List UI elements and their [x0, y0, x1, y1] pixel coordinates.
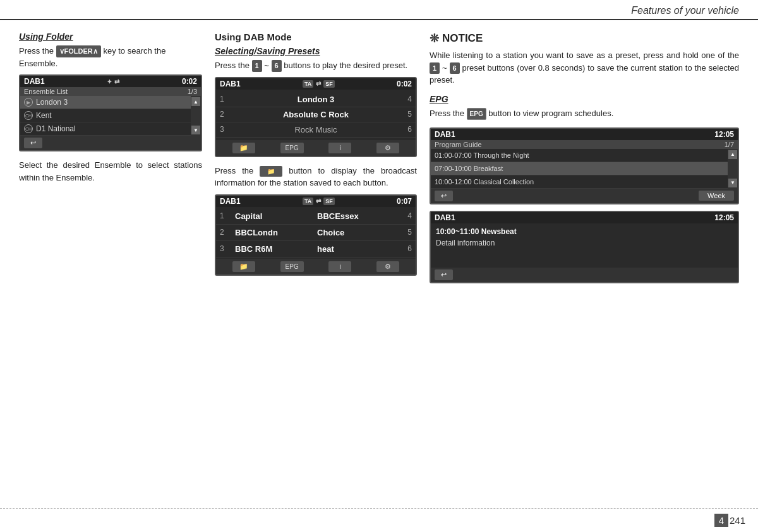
- dab-header-icons: ✦ ⇄: [107, 78, 119, 85]
- epg-detail-back-button[interactable]: ↩: [435, 269, 453, 280]
- settings-icon-btn3[interactable]: ⚙: [376, 261, 399, 272]
- preset-row: 3 Rock Music 6: [216, 122, 416, 138]
- info-icon-btn3[interactable]: i: [328, 261, 351, 272]
- epg-week-button[interactable]: Week: [699, 191, 734, 201]
- page-header: Features of your vehicle: [0, 0, 758, 20]
- presets-body: Press the 1 ~ 6 buttons to play the desi…: [215, 59, 417, 72]
- folder-icon-btn[interactable]: 📁: [232, 143, 255, 153]
- settings-icon-btn[interactable]: ⚙: [376, 143, 399, 153]
- dab2-header-icons: TA ⇄ SF: [303, 80, 335, 88]
- dab-list-area: ▶ London 3 CH Kent CH D1 National ▲ ▼: [20, 96, 201, 136]
- item-icon: CH: [24, 111, 33, 120]
- presets-body-t1: Press the: [215, 61, 250, 70]
- epg-body: Press the EPG button to view program sch…: [430, 107, 739, 120]
- epg-detail-content: 10:00~11:00 Newsbeat Detail information: [431, 223, 738, 268]
- epg-item[interactable]: 07:00-10:00 Breakfast: [431, 162, 728, 175]
- list-item[interactable]: CH Kent: [20, 109, 191, 122]
- page-num: 4: [714, 514, 728, 527]
- notice-body-t1: While listening to a station you want to…: [430, 50, 739, 60]
- folder-button: ∨FOLDER∧: [56, 45, 101, 57]
- epg-items: 01:00-07:00 Through the Night 07:00-10:0…: [431, 149, 728, 189]
- folder-body: Press the ∨FOLDER∧ key to search the Ens…: [19, 45, 202, 69]
- epg-subheader: Program Guide 1/7: [431, 140, 738, 149]
- dab3-header-icons: TA ⇄ SF: [303, 198, 335, 205]
- dab-label: DAB1: [24, 77, 45, 86]
- dab-screen-ensemble: DAB1 ✦ ⇄ 0:02 Ensemble List 1/3 ▶ London…: [19, 74, 202, 151]
- epg1-label: DAB1: [435, 130, 455, 139]
- usb-icon: ⇄: [114, 78, 119, 85]
- ta-icon: TA: [303, 80, 313, 88]
- epg-detail-bottom: ↩: [431, 268, 738, 282]
- dab2-iconbar: 📁 EPG i ⚙: [216, 140, 416, 156]
- folder-icon-btn3[interactable]: 📁: [232, 261, 255, 272]
- dab2-time: 0:02: [397, 80, 412, 88]
- dab-screen1-header: DAB1 ✦ ⇄ 0:02: [20, 76, 201, 87]
- dab-screen3-header: DAB1 TA ⇄ SF 0:07: [216, 196, 416, 207]
- epg2-label: DAB1: [435, 213, 455, 222]
- sf-icon: SF: [323, 80, 335, 88]
- folder-body-text1: Press the: [19, 46, 54, 56]
- grid-row: 2 BBCLondn Choice 5: [216, 225, 416, 241]
- epg-body-t2: button to view program schedules.: [488, 109, 613, 118]
- list-item[interactable]: CH D1 National: [20, 122, 191, 136]
- dab2-presets-area: 1 London 3 4 2 Absolute C Rock 5 3 Rock …: [216, 90, 416, 140]
- col-left: Using Folder Press the ∨FOLDER∧ key to s…: [19, 32, 202, 495]
- grid-row: 3 BBC R6M heat 6: [216, 241, 416, 257]
- page-title: Features of your vehicle: [631, 5, 739, 16]
- epg-section: EPG Press the EPG button to view program…: [430, 94, 739, 120]
- epg-scroll-down[interactable]: ▼: [728, 179, 737, 187]
- notice-title: NOTICE: [442, 32, 483, 45]
- bt-icon: ✦: [107, 78, 112, 85]
- info-icon-btn[interactable]: i: [328, 143, 351, 153]
- epg-item[interactable]: 10:00-12:00 Classical Collection: [431, 175, 728, 189]
- epg-scroll-up[interactable]: ▲: [728, 150, 737, 159]
- grid-row: 1 Capital BBCEssex 4: [216, 208, 416, 225]
- epg-label: EPG: [430, 94, 739, 104]
- epg1-time: 12:05: [714, 130, 734, 139]
- presets-body-t3: buttons to play the desired preset.: [284, 61, 407, 70]
- list-item[interactable]: ▶ London 3: [20, 96, 191, 109]
- desc-t1: Press the: [215, 166, 253, 175]
- dab3-iconbar: 📁 EPG i ⚙: [216, 259, 416, 275]
- arrow-icon: ⇄: [316, 80, 321, 87]
- epg2-time: 12:05: [714, 213, 734, 222]
- scroll-up-btn[interactable]: ▲: [191, 97, 200, 106]
- dab-list-items: ▶ London 3 CH Kent CH D1 National: [20, 96, 191, 136]
- back-button[interactable]: ↩: [24, 138, 42, 148]
- epg-item[interactable]: 01:00-07:00 Through the Night: [431, 149, 728, 162]
- item-name: Kent: [36, 111, 52, 120]
- epg-icon-btn[interactable]: EPG: [280, 143, 304, 153]
- section-title-folder: Using Folder: [19, 32, 202, 42]
- epg-bottom-bar: ↩ Week: [431, 189, 738, 203]
- epg-back-button[interactable]: ↩: [435, 191, 453, 201]
- col-middle: Using DAB Mode Selecting/Saving Presets …: [215, 32, 417, 495]
- notice-header: ❊ NOTICE: [430, 32, 739, 45]
- epg-scroll: ▲ ▼: [728, 149, 738, 189]
- dab-footer-bar: ↩: [20, 136, 201, 150]
- item-name: D1 National: [36, 124, 76, 133]
- dab-screen2-header: DAB1 TA ⇄ SF 0:02: [216, 78, 416, 90]
- preset-btn-6: 6: [272, 60, 282, 72]
- dab3-time: 0:07: [397, 197, 412, 206]
- scroll-down-btn[interactable]: ▼: [191, 126, 200, 134]
- main-content: Using Folder Press the ∨FOLDER∧ key to s…: [0, 20, 758, 502]
- notice-body-t2: preset buttons (over 0.8 seconds) to sav…: [430, 63, 739, 85]
- epg-list-area: 01:00-07:00 Through the Night 07:00-10:0…: [431, 149, 738, 189]
- arrow-icon3: ⇄: [316, 198, 321, 204]
- notice-body: While listening to a station you want to…: [430, 49, 739, 86]
- preset-row: 1 London 3 4: [216, 92, 416, 107]
- notice-btn2: 6: [450, 62, 460, 74]
- presets-desc: Press the 📁 button to display the broadc…: [215, 165, 417, 189]
- epg-guide-label: Program Guide: [435, 141, 482, 148]
- epg-body-t1: Press the: [430, 109, 464, 118]
- epg-screen1-header: DAB1 12:05: [431, 129, 738, 140]
- page-number: 4 241: [714, 514, 745, 527]
- dab3-label: DAB1: [220, 197, 241, 206]
- dab2-label: DAB1: [220, 80, 241, 88]
- item-name: London 3: [36, 98, 68, 107]
- dab-scroll: ▲ ▼: [191, 96, 201, 136]
- dab3-grid: 1 Capital BBCEssex 4 2 BBCLondn Choice 5…: [216, 207, 416, 259]
- dab-subheader: Ensemble List 1/3: [20, 87, 201, 96]
- folder-inline-btn: 📁: [260, 166, 282, 177]
- epg-icon-btn3[interactable]: EPG: [280, 261, 304, 272]
